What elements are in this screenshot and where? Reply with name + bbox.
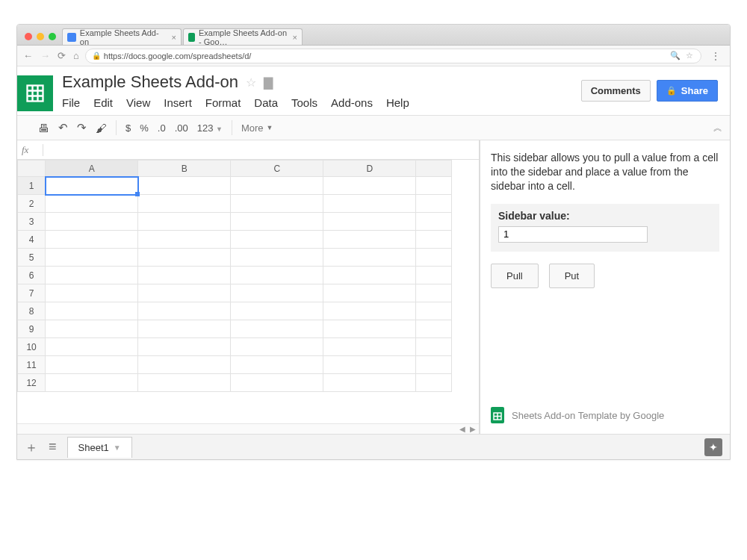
cell[interactable] <box>138 356 231 374</box>
minimize-window-icon[interactable] <box>37 33 44 40</box>
close-window-icon[interactable] <box>25 33 32 40</box>
cell[interactable] <box>138 195 231 213</box>
cell[interactable] <box>231 374 323 392</box>
percent-button[interactable]: % <box>140 122 149 134</box>
paint-format-icon[interactable]: 🖌 <box>96 122 107 134</box>
toolbar-more-button[interactable]: More ▼ <box>241 122 273 134</box>
cell[interactable] <box>323 320 416 338</box>
cell[interactable] <box>231 338 323 356</box>
cell[interactable] <box>231 320 323 338</box>
cell[interactable] <box>138 374 231 392</box>
maximize-window-icon[interactable] <box>49 33 56 40</box>
cell[interactable] <box>46 213 138 231</box>
cell[interactable] <box>46 284 138 302</box>
cell[interactable] <box>416 213 452 231</box>
cell[interactable] <box>323 338 416 356</box>
menu-help[interactable]: Help <box>386 96 409 109</box>
cell[interactable] <box>416 231 452 249</box>
cell[interactable] <box>138 267 231 284</box>
cell[interactable] <box>231 231 323 249</box>
comments-button[interactable]: Comments <box>581 80 651 102</box>
cell[interactable] <box>231 195 323 213</box>
reload-icon[interactable]: ⟳ <box>58 50 66 61</box>
cell[interactable] <box>323 195 416 213</box>
share-button[interactable]: 🔒 Share <box>657 80 718 102</box>
cell[interactable] <box>323 213 416 231</box>
cell[interactable] <box>231 284 323 302</box>
cell[interactable] <box>138 320 231 338</box>
menu-tools[interactable]: Tools <box>291 96 317 109</box>
home-icon[interactable]: ⌂ <box>73 50 79 61</box>
menu-data[interactable]: Data <box>254 96 278 109</box>
pull-button[interactable]: Pull <box>491 264 539 288</box>
close-tab-icon[interactable]: × <box>172 33 176 42</box>
cell[interactable] <box>46 356 138 374</box>
row-header[interactable]: 4 <box>18 231 46 249</box>
row-header[interactable]: 3 <box>18 213 46 231</box>
row-header[interactable]: 8 <box>18 302 46 320</box>
cell[interactable] <box>231 249 323 267</box>
cell[interactable] <box>138 302 231 320</box>
cell[interactable] <box>323 267 416 284</box>
number-format-button[interactable]: 123 ▼ <box>197 122 223 134</box>
all-sheets-icon[interactable]: ≡ <box>49 439 57 455</box>
put-button[interactable]: Put <box>549 264 595 288</box>
cell[interactable] <box>416 284 452 302</box>
cell[interactable] <box>138 213 231 231</box>
sidebar-value-input[interactable] <box>498 226 648 243</box>
row-header[interactable]: 7 <box>18 284 46 302</box>
sheet-tab-active[interactable]: Sheet1 ▼ <box>67 437 132 458</box>
menu-file[interactable]: File <box>62 96 80 109</box>
cell[interactable] <box>138 249 231 267</box>
document-title[interactable]: Example Sheets Add-on <box>62 72 238 92</box>
currency-button[interactable]: $ <box>125 122 131 134</box>
cell[interactable] <box>416 356 452 374</box>
cell[interactable] <box>416 374 452 392</box>
row-header[interactable]: 5 <box>18 249 46 267</box>
menu-view[interactable]: View <box>126 96 150 109</box>
cell[interactable] <box>416 320 452 338</box>
forward-icon[interactable]: → <box>40 50 50 61</box>
scroll-left-icon[interactable]: ◀ <box>458 425 467 433</box>
url-field[interactable]: 🔒 https://docs.google.com/spreadsheets/d… <box>85 49 701 63</box>
browser-tab-1[interactable]: Example Sheets Add-on × <box>62 28 182 45</box>
close-tab-icon[interactable]: × <box>293 33 297 42</box>
menu-insert[interactable]: Insert <box>164 96 192 109</box>
scroll-right-icon[interactable]: ▶ <box>468 425 477 433</box>
cell[interactable] <box>46 320 138 338</box>
cell[interactable] <box>46 195 138 213</box>
cell[interactable] <box>138 177 231 195</box>
cell[interactable] <box>416 267 452 284</box>
cell[interactable] <box>231 302 323 320</box>
cell[interactable] <box>323 284 416 302</box>
cell[interactable] <box>416 177 452 195</box>
cell[interactable] <box>416 195 452 213</box>
collapse-toolbar-icon[interactable]: ︽ <box>713 122 722 134</box>
cell[interactable] <box>46 177 138 195</box>
row-header[interactable]: 9 <box>18 320 46 338</box>
cell[interactable] <box>138 231 231 249</box>
back-icon[interactable]: ← <box>23 50 33 61</box>
cell[interactable] <box>46 302 138 320</box>
horizontal-scrollbar[interactable]: ◀ ▶ <box>17 423 479 434</box>
cell[interactable] <box>46 267 138 284</box>
col-header-b[interactable]: B <box>138 161 231 177</box>
cell[interactable] <box>46 231 138 249</box>
cell[interactable] <box>231 267 323 284</box>
add-sheet-icon[interactable]: ＋ <box>25 438 38 456</box>
cell[interactable] <box>46 249 138 267</box>
cell[interactable] <box>231 356 323 374</box>
formula-input[interactable] <box>48 144 474 155</box>
star-icon[interactable]: ☆ <box>246 75 256 90</box>
row-header[interactable]: 11 <box>18 356 46 374</box>
select-all-corner[interactable] <box>18 161 46 177</box>
col-header-a[interactable]: A <box>46 161 138 177</box>
row-header[interactable]: 2 <box>18 195 46 213</box>
print-icon[interactable]: 🖶 <box>38 122 49 134</box>
row-header[interactable]: 6 <box>18 267 46 284</box>
undo-icon[interactable]: ↶ <box>58 121 68 134</box>
cell[interactable] <box>46 338 138 356</box>
menu-edit[interactable]: Edit <box>93 96 113 109</box>
increase-decimal-button[interactable]: .00 <box>175 122 188 134</box>
col-header-extra[interactable] <box>416 161 452 177</box>
